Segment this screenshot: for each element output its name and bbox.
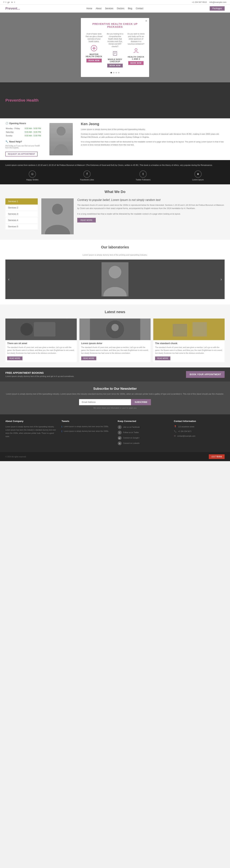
stats-row: ☺ Happy Smiles f Facebook Likes t Twitte… [5,170,225,181]
package-whole-body: Are you looking for a comprehensive heal… [105,31,125,69]
appointment-banner-left: FREE APPOINTMENT BOOKING Lorem ipsum sim… [5,371,74,377]
slider-prev-button[interactable]: ‹ [8,277,9,282]
news-title-3: The standard chunk [155,342,223,345]
download-template-button[interactable]: 点击下载模板 [209,454,225,459]
stat-lorem: ♦ Lorem Ipsum [192,170,204,181]
svg-rect-1 [113,52,117,55]
newsletter-section: Subscribe to Our Newsletter Lorem ipsum … [0,381,230,414]
stats-section: Lorem ipsum comes from sections 1.10.32 … [0,160,230,184]
appointment-banner: FREE APPOINTMENT BOOKING Lorem ipsum sim… [0,368,230,381]
news-readmore-3[interactable]: READ MORE [155,356,170,360]
pkg-3-book-button[interactable]: BOOK NOW [128,61,143,65]
social-googleplus[interactable]: g+ [7,1,10,3]
dot-2[interactable] [113,72,114,73]
footer-bottom: © 2014 All rights reserved 点击下载模板 [0,452,230,461]
lorem-icon: ♦ [194,170,202,178]
svg-rect-15 [173,324,187,337]
dot-4[interactable] [118,72,120,73]
connected-googleplus-label: Connect on Google+ [123,436,140,440]
connected-googleplus[interactable]: g+ Connect on Google+ [118,436,169,440]
happy-smiles-icon: ☺ [29,170,36,178]
modal-title: PREVENTIVE HEALTH CHECK UP PACKAGES [85,23,145,28]
clock-icon: 🕐 [5,122,8,125]
social-facebook[interactable]: f [4,1,4,3]
need-help-text: And today as if you can find out your he… [5,145,41,149]
saturday-time: 9:00 AM - 9:00 PM [22,130,41,134]
footer-tweets: Tweets t Lorem ipsum is simply dummy tex… [62,420,112,447]
connected-twitter-label: Follow us on Twitter [123,431,139,434]
modal-close-button[interactable]: ✕ [145,20,147,22]
logo: Prevent... [5,7,20,10]
svg-point-13 [111,324,119,331]
facebook-circle-icon: f [118,425,122,429]
footer-keep-connected: Keep Connected f Like us on Facebook t F… [118,420,169,447]
footer-about-text: Lorem ipsum is simply dummy text of the … [5,425,56,438]
service-desc-title: Contrary to popular belief, Lorem Ipsum … [77,198,225,202]
social-linkedin[interactable]: in [11,1,13,3]
twitter-label: Twitter Followers [136,179,151,181]
connected-linkedin[interactable]: in Connect on LinkedIn [118,441,169,445]
service-item-2[interactable]: Services 2 [5,205,38,211]
pkg-1-title: MASTER HEALTH CHECK [85,53,103,58]
nav-services[interactable]: Services [105,7,113,10]
doctor-image [50,123,73,155]
news-card-2: Lorem ipsum dolor The standard chunk of … [79,318,151,362]
newsletter-email-input[interactable] [79,399,131,405]
labs-slider: ‹ › [5,259,225,299]
sunday-time: 9:00 AM - 5:00 PM [22,134,41,137]
pkg-1-icon [90,44,98,52]
slider-next-button[interactable]: › [221,277,222,282]
service-item-1[interactable]: Services 1 [5,198,38,205]
news-body-3: The standard chunk The standard chunk of… [153,340,225,362]
service-item-5[interactable]: Services 5 [5,223,38,230]
social-tumblr[interactable]: t [14,1,15,3]
labs-title: Our laboratories [5,245,225,249]
appointment-banner-title: FREE APPOINTMENT BOOKING [5,371,74,374]
news-readmore-1[interactable]: READ MORE [7,356,23,360]
nav-about[interactable]: About [96,7,101,10]
social-twitter[interactable]: t [6,1,6,3]
phone-icon: 📞 [174,430,177,433]
svg-point-10 [20,323,33,336]
contact-email: contact@example.com [177,435,196,438]
header-nav: Prevent... Home About Services Doctors B… [0,4,230,12]
weekday-label: Monday - Friday [6,127,22,130]
info-section: 🕐 Opening Hours Monday - Friday 9:00 AM … [0,118,230,160]
connected-facebook[interactable]: f Like us on Facebook [118,425,169,429]
news-readmore-2[interactable]: READ MORE [81,356,97,360]
dot-1[interactable] [110,72,112,73]
stats-text: Lorem ipsum comes from sections 1.10.32 … [5,164,225,167]
newsletter-subscribe-button[interactable]: SUBSCRIBE [131,399,151,405]
connected-twitter[interactable]: t Follow us on Twitter [118,431,169,435]
svg-point-5 [52,204,63,215]
nav-blog[interactable]: Blog [128,7,132,10]
request-appointment-button[interactable]: REQUEST AN APPOINTMENT [5,152,38,156]
pkg-1-book-button[interactable]: BOOK NOW [87,59,102,62]
nav-contact[interactable]: Contact [136,7,143,10]
modal-carousel-dots [85,72,145,73]
tweet-text-2: Lorem ipsum is simply dummy text ever si… [64,430,109,433]
stat-happy-smiles: ☺ Happy Smiles [26,170,38,181]
footer-tweets-title: Tweets [62,420,112,423]
service-item-4[interactable]: Services 4 [5,217,38,223]
service-image [41,198,74,235]
news-card-1: There are sit amet The standard chunk of… [5,318,77,362]
footer-about-title: About Company [5,420,56,423]
facebook-icon: f [84,170,91,178]
pkg-2-icon [111,50,119,57]
read-more-button[interactable]: READ MORE [77,218,96,222]
service-item-3[interactable]: Services 3 [5,211,38,217]
book-appointment-button[interactable]: BOOK YOUR APPOINTMENT [186,371,225,378]
contact-address: 110 anywhere street [178,425,194,428]
dot-3[interactable] [116,72,117,73]
package-master-health: A set of basic tests that can give a bro… [85,31,104,69]
hours-row-sunday: Sunday 9:00 AM - 5:00 PM [6,134,41,137]
doctor-desc-3: It is a long established fact that a rea… [81,140,225,147]
packages-button[interactable]: Packages [210,6,225,10]
pkg-2-book-button[interactable]: BOOK NOW [107,64,123,67]
lorem-label: Lorem Ipsum [192,179,204,181]
nav-doctors[interactable]: Doctors [117,7,124,10]
nav-home[interactable]: Home [87,7,92,10]
help-icon: 🔧 [5,140,8,143]
doctor-desc-1: Lorem ipsum is simply dummy text of the … [81,128,225,131]
